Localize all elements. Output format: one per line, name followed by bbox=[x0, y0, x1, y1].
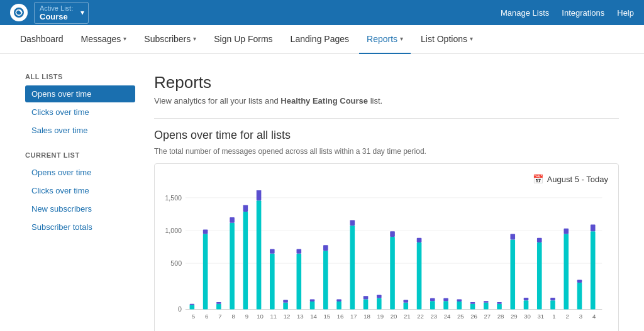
report-subtitle: View analytics for all your lists and He… bbox=[154, 96, 619, 106]
svg-rect-35 bbox=[364, 300, 369, 310]
active-list-value: Course bbox=[40, 12, 73, 21]
svg-text:24: 24 bbox=[444, 313, 451, 320]
svg-rect-33 bbox=[350, 225, 355, 309]
svg-rect-41 bbox=[403, 303, 408, 310]
svg-rect-9 bbox=[190, 305, 195, 309]
active-list-label: Active List: bbox=[40, 4, 73, 12]
svg-rect-14 bbox=[216, 302, 221, 304]
svg-text:21: 21 bbox=[404, 313, 411, 320]
svg-text:20: 20 bbox=[391, 313, 397, 320]
svg-rect-65 bbox=[564, 234, 569, 310]
svg-rect-60 bbox=[524, 298, 529, 300]
sidebar-item-subscriber-totals[interactable]: Subscriber totals bbox=[25, 219, 135, 236]
sidebar-item-new-subscribers[interactable]: New subscribers bbox=[25, 200, 135, 217]
svg-text:4: 4 bbox=[592, 313, 596, 320]
nav-signup-forms[interactable]: Sign Up Forms bbox=[206, 25, 280, 54]
sidebar-item-clicks-over-time-current[interactable]: Clicks over time bbox=[25, 182, 135, 199]
manage-lists-link[interactable]: Manage Lists bbox=[501, 8, 549, 18]
svg-rect-26 bbox=[297, 249, 302, 254]
svg-text:12: 12 bbox=[284, 313, 291, 320]
chart-title-suffix: for all lists bbox=[237, 129, 291, 141]
svg-rect-54 bbox=[484, 301, 489, 303]
chart-header: 📅 August 5 - Today bbox=[165, 174, 608, 184]
sidebar-item-opens-over-time-all[interactable]: Opens over time bbox=[25, 85, 135, 102]
svg-rect-45 bbox=[430, 301, 435, 309]
svg-rect-16 bbox=[230, 217, 235, 223]
nav-messages[interactable]: Messages ▾ bbox=[74, 25, 135, 54]
svg-text:1: 1 bbox=[552, 313, 555, 320]
current-list-section: CURRENT LIST Opens over time Clicks over… bbox=[25, 151, 135, 236]
svg-text:18: 18 bbox=[364, 313, 370, 320]
nav-landing-pages[interactable]: Landing Pages bbox=[283, 25, 357, 54]
svg-rect-49 bbox=[457, 301, 462, 309]
svg-rect-48 bbox=[443, 298, 448, 301]
svg-text:14: 14 bbox=[310, 313, 317, 320]
nav-subscribers[interactable]: Subscribers ▾ bbox=[136, 25, 204, 54]
nav-reports[interactable]: Reports ▾ bbox=[359, 25, 411, 54]
page-title: Reports bbox=[154, 73, 619, 92]
svg-rect-64 bbox=[550, 298, 555, 300]
svg-rect-50 bbox=[457, 300, 462, 302]
svg-rect-44 bbox=[417, 238, 422, 242]
chart-section-title: Opens over time for all lists bbox=[154, 129, 619, 142]
svg-rect-39 bbox=[390, 237, 395, 310]
active-list-selector[interactable]: Active List: Course bbox=[34, 2, 89, 24]
nav-list-options[interactable]: List Options ▾ bbox=[413, 25, 480, 54]
svg-text:17: 17 bbox=[350, 313, 357, 320]
svg-text:10: 10 bbox=[257, 313, 264, 320]
svg-rect-56 bbox=[497, 302, 502, 304]
sidebar-item-clicks-over-time-all[interactable]: Clicks over time bbox=[25, 104, 135, 121]
subtitle-prefix: View analytics for all your lists and bbox=[154, 96, 280, 106]
svg-text:1,500: 1,500 bbox=[165, 194, 182, 202]
list-options-chevron: ▾ bbox=[470, 35, 473, 42]
report-area: Reports View analytics for all your list… bbox=[135, 73, 619, 331]
bar-chart: 1,500 1,000 500 0 5678910111213141516171… bbox=[165, 190, 608, 331]
svg-rect-12 bbox=[203, 229, 208, 234]
sidebar-item-sales-over-time-all[interactable]: Sales over time bbox=[25, 122, 135, 139]
svg-rect-22 bbox=[270, 249, 275, 254]
calendar-icon: 📅 bbox=[533, 174, 543, 184]
svg-rect-32 bbox=[336, 300, 341, 302]
svg-text:16: 16 bbox=[337, 313, 344, 320]
svg-rect-42 bbox=[403, 300, 408, 302]
svg-text:2: 2 bbox=[566, 313, 569, 320]
svg-text:0: 0 bbox=[178, 305, 182, 313]
svg-rect-37 bbox=[377, 298, 382, 310]
svg-rect-69 bbox=[591, 231, 596, 309]
svg-rect-63 bbox=[550, 300, 555, 309]
svg-rect-58 bbox=[510, 234, 515, 240]
report-header: Reports View analytics for all your list… bbox=[154, 73, 619, 106]
main-content: ALL LISTS Opens over time Clicks over ti… bbox=[0, 54, 644, 331]
svg-text:3: 3 bbox=[579, 313, 582, 320]
sidebar-item-opens-over-time-current[interactable]: Opens over time bbox=[25, 164, 135, 181]
svg-text:6: 6 bbox=[205, 313, 208, 320]
svg-rect-43 bbox=[417, 242, 422, 310]
nav-bar: Dashboard Messages ▾ Subscribers ▾ Sign … bbox=[0, 25, 644, 54]
nav-dashboard[interactable]: Dashboard bbox=[13, 25, 71, 54]
subscribers-chevron: ▾ bbox=[193, 35, 196, 42]
svg-text:9: 9 bbox=[245, 313, 248, 320]
svg-text:500: 500 bbox=[170, 259, 182, 267]
chart-description: The total number of messages opened acro… bbox=[154, 147, 619, 156]
top-bar-left: Active List: Course bbox=[10, 2, 89, 24]
integrations-link[interactable]: Integrations bbox=[562, 8, 604, 18]
svg-rect-62 bbox=[537, 238, 542, 242]
chart-date-range: 📅 August 5 - Today bbox=[533, 174, 608, 184]
svg-rect-46 bbox=[430, 298, 435, 301]
current-list-title: CURRENT LIST bbox=[25, 151, 135, 159]
svg-text:5: 5 bbox=[192, 313, 195, 320]
svg-text:19: 19 bbox=[377, 313, 384, 320]
svg-text:15: 15 bbox=[323, 313, 330, 320]
svg-rect-53 bbox=[484, 303, 489, 310]
svg-text:13: 13 bbox=[297, 313, 304, 320]
svg-rect-21 bbox=[270, 254, 275, 310]
svg-text:28: 28 bbox=[497, 313, 504, 320]
reports-chevron: ▾ bbox=[400, 35, 403, 42]
all-lists-section: ALL LISTS Opens over time Clicks over ti… bbox=[25, 73, 135, 139]
help-link[interactable]: Help bbox=[617, 8, 634, 18]
svg-rect-38 bbox=[377, 295, 382, 298]
svg-rect-66 bbox=[564, 229, 569, 234]
svg-rect-18 bbox=[243, 205, 248, 212]
svg-text:27: 27 bbox=[484, 313, 491, 320]
svg-text:7: 7 bbox=[218, 313, 221, 320]
